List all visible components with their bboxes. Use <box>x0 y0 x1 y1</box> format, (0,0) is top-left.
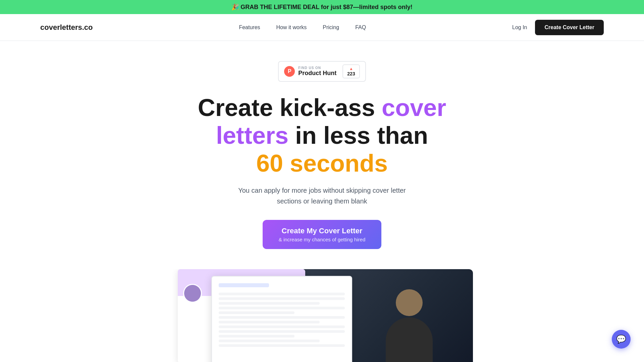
letter-line-8 <box>219 325 345 328</box>
logo[interactable]: coverletters.co <box>40 23 93 32</box>
nav-right: Log In Create Cover Letter <box>512 20 604 35</box>
letter-line-10 <box>219 335 294 338</box>
letter-header-line <box>219 283 269 287</box>
letter-line-12 <box>219 344 345 347</box>
hero-heading-orange: 60 seconds <box>256 150 388 177</box>
product-hunt-find-label: FIND US ON <box>298 66 321 70</box>
letter-line-9 <box>219 330 345 333</box>
nav-features[interactable]: Features <box>239 24 260 31</box>
hero-heading-part1: Create kick-ass <box>198 94 382 121</box>
nav-how-it-works[interactable]: How it works <box>276 24 307 31</box>
create-cover-letter-cta-button[interactable]: Create My Cover Letter & increase my cha… <box>263 220 381 249</box>
upvote-arrow-icon: ▲ <box>349 66 353 71</box>
product-hunt-upvote[interactable]: ▲ 223 <box>342 64 360 78</box>
nav-pricing[interactable]: Pricing <box>323 24 339 31</box>
product-hunt-text: FIND US ON Product Hunt <box>298 66 336 77</box>
hero-subtext-line2: sections or leaving them blank <box>277 197 367 205</box>
letter-line-11 <box>219 340 320 342</box>
cv-avatar <box>183 284 202 303</box>
hero-subtext: You can apply for more jobs without skip… <box>238 185 406 206</box>
letter-line-5 <box>219 311 294 314</box>
hero-subtext-line1: You can apply for more jobs without skip… <box>238 187 406 194</box>
chat-button[interactable]: 💬 <box>612 330 631 349</box>
person-head <box>396 289 423 316</box>
letter-line-4 <box>219 307 345 309</box>
product-hunt-badge[interactable]: P FIND US ON Product Hunt ▲ 223 <box>278 61 366 82</box>
chat-icon: 💬 <box>616 335 626 344</box>
cta-sub-label: & increase my chances of getting hired <box>279 237 365 242</box>
cta-main-label: Create My Cover Letter <box>282 227 363 235</box>
product-hunt-name: Product Hunt <box>298 70 336 77</box>
banner-text: 🎉 GRAB THE LIFETIME DEAL for just $87—li… <box>231 4 413 10</box>
letter-line-3 <box>219 302 320 305</box>
letter-line-2 <box>219 297 345 300</box>
top-banner[interactable]: 🎉 GRAB THE LIFETIME DEAL for just $87—li… <box>0 0 644 14</box>
hero-heading-part2: in less than <box>288 122 428 149</box>
preview-container: Martin L. Marketing Str... CONTACT ADDRE… <box>171 269 473 362</box>
hero-section: P FIND US ON Product Hunt ▲ 223 Create k… <box>0 41 644 362</box>
product-hunt-logo: P <box>284 66 295 77</box>
letter-line-1 <box>219 293 345 295</box>
hero-heading: Create kick-ass cover letters in less th… <box>171 94 473 177</box>
letter-line-7 <box>219 321 320 323</box>
upvote-count: 223 <box>347 71 355 76</box>
letter-line-6 <box>219 316 345 319</box>
nav-links: Features How it works Pricing FAQ <box>239 24 366 31</box>
create-cover-letter-nav-button[interactable]: Create Cover Letter <box>535 20 604 35</box>
cv-avatar-image <box>184 284 201 303</box>
navbar: coverletters.co Features How it works Pr… <box>0 14 644 41</box>
cover-letter-preview-card <box>211 276 352 362</box>
nav-faq[interactable]: FAQ <box>355 24 366 31</box>
login-button[interactable]: Log In <box>512 24 527 31</box>
person-body <box>386 317 433 362</box>
preview-section: Martin L. Marketing Str... CONTACT ADDRE… <box>40 269 604 362</box>
person-silhouette <box>372 283 446 362</box>
